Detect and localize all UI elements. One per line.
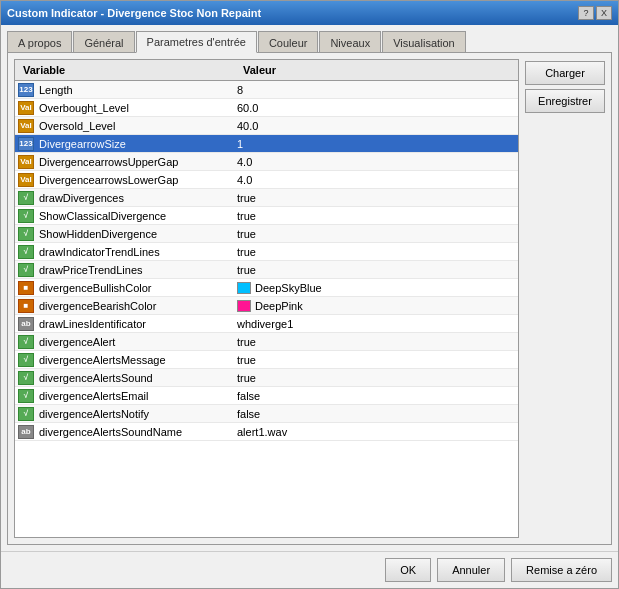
row-variable-name: drawDivergences	[37, 191, 233, 205]
table-row[interactable]: ■ divergenceBullishColor DeepSkyBlue	[15, 279, 518, 297]
help-button[interactable]: ?	[578, 6, 594, 20]
icon-symbol: Val	[18, 173, 34, 187]
row-variable-name: divergenceBullishColor	[37, 281, 233, 295]
parameters-table[interactable]: Variable Valeur 123 Length 8 Val Overbou…	[14, 59, 519, 538]
row-variable-value: true	[233, 227, 518, 241]
row-variable-name: DivergencearrowsLowerGap	[37, 173, 233, 187]
icon-symbol: ■	[18, 299, 34, 313]
row-type-icon: √	[17, 352, 35, 368]
close-button[interactable]: X	[596, 6, 612, 20]
bottom-bar: OK Annuler Remise a zéro	[1, 551, 618, 588]
remise-button[interactable]: Remise a zéro	[511, 558, 612, 582]
icon-symbol: √	[18, 407, 34, 421]
tab-couleur[interactable]: Couleur	[258, 31, 319, 53]
row-variable-value: true	[233, 209, 518, 223]
charger-button[interactable]: Charger	[525, 61, 605, 85]
row-variable-name: drawPriceTrendLines	[37, 263, 233, 277]
row-type-icon: √	[17, 406, 35, 422]
row-variable-value: DeepSkyBlue	[233, 281, 518, 295]
window-body: A propos Général Parametres d'entrée Cou…	[1, 25, 618, 551]
tab-parametres[interactable]: Parametres d'entrée	[136, 31, 257, 53]
row-variable-value: 4.0	[233, 155, 518, 169]
row-variable-value: true	[233, 245, 518, 259]
row-type-icon: Val	[17, 154, 35, 170]
table-row[interactable]: √ ShowClassicalDivergence true	[15, 207, 518, 225]
row-type-icon: √	[17, 334, 35, 350]
table-row[interactable]: ab divergenceAlertsSoundName alert1.wav	[15, 423, 518, 441]
row-variable-value: true	[233, 371, 518, 385]
row-variable-name: Overbought_Level	[37, 101, 233, 115]
row-variable-value: true	[233, 191, 518, 205]
row-variable-name: ShowClassicalDivergence	[37, 209, 233, 223]
row-type-icon: √	[17, 244, 35, 260]
table-row[interactable]: ab drawLinesIdentificator whdiverge1	[15, 315, 518, 333]
table-row[interactable]: √ drawIndicatorTrendLines true	[15, 243, 518, 261]
row-variable-name: divergenceBearishColor	[37, 299, 233, 313]
row-type-icon: ■	[17, 298, 35, 314]
row-variable-value: alert1.wav	[233, 425, 518, 439]
row-variable-name: ShowHiddenDivergence	[37, 227, 233, 241]
table-row[interactable]: √ divergenceAlertsEmail false	[15, 387, 518, 405]
icon-symbol: √	[18, 227, 34, 241]
row-type-icon: √	[17, 262, 35, 278]
row-variable-name: drawIndicatorTrendLines	[37, 245, 233, 259]
ok-button[interactable]: OK	[385, 558, 431, 582]
row-variable-name: divergenceAlertsSoundName	[37, 425, 233, 439]
row-type-icon: 123	[17, 82, 35, 98]
table-row[interactable]: √ drawDivergences true	[15, 189, 518, 207]
row-type-icon: √	[17, 226, 35, 242]
color-swatch	[237, 282, 251, 294]
table-row[interactable]: √ divergenceAlertsMessage true	[15, 351, 518, 369]
row-variable-value: DeepPink	[233, 299, 518, 313]
icon-symbol: √	[18, 191, 34, 205]
row-variable-value: 40.0	[233, 119, 518, 133]
title-bar: Custom Indicator - Divergence Stoc Non R…	[1, 1, 618, 25]
main-window: Custom Indicator - Divergence Stoc Non R…	[0, 0, 619, 589]
icon-symbol: √	[18, 353, 34, 367]
table-row[interactable]: 123 DivergearrowSize 1	[15, 135, 518, 153]
icon-symbol: Val	[18, 155, 34, 169]
row-type-icon: √	[17, 388, 35, 404]
row-variable-value: false	[233, 407, 518, 421]
table-row[interactable]: √ drawPriceTrendLines true	[15, 261, 518, 279]
tab-bar: A propos Général Parametres d'entrée Cou…	[7, 31, 612, 53]
table-row[interactable]: Val Oversold_Level 40.0	[15, 117, 518, 135]
row-variable-value: 1	[233, 137, 518, 151]
enregistrer-button[interactable]: Enregistrer	[525, 89, 605, 113]
table-row[interactable]: √ divergenceAlert true	[15, 333, 518, 351]
row-type-icon: Val	[17, 172, 35, 188]
icon-symbol: ab	[18, 425, 34, 439]
window-title: Custom Indicator - Divergence Stoc Non R…	[7, 7, 261, 19]
row-variable-value: true	[233, 263, 518, 277]
icon-symbol: ■	[18, 281, 34, 295]
tab-apropos[interactable]: A propos	[7, 31, 72, 53]
color-swatch	[237, 300, 251, 312]
table-row[interactable]: √ divergenceAlertsSound true	[15, 369, 518, 387]
tab-niveaux[interactable]: Niveaux	[319, 31, 381, 53]
annuler-button[interactable]: Annuler	[437, 558, 505, 582]
row-variable-value: true	[233, 335, 518, 349]
icon-symbol: √	[18, 371, 34, 385]
table-row[interactable]: Val DivergencearrowsLowerGap 4.0	[15, 171, 518, 189]
row-variable-name: divergenceAlertsEmail	[37, 389, 233, 403]
tab-visualisation[interactable]: Visualisation	[382, 31, 466, 53]
tab-general[interactable]: Général	[73, 31, 134, 53]
icon-symbol: √	[18, 389, 34, 403]
table-rows: 123 Length 8 Val Overbought_Level 60.0 V…	[15, 81, 518, 441]
row-type-icon: ■	[17, 280, 35, 296]
row-type-icon: ab	[17, 424, 35, 440]
table-row[interactable]: Val DivergencearrowsUpperGap 4.0	[15, 153, 518, 171]
table-row[interactable]: 123 Length 8	[15, 81, 518, 99]
row-type-icon: √	[17, 370, 35, 386]
row-type-icon: Val	[17, 100, 35, 116]
title-bar-buttons: ? X	[578, 6, 612, 20]
icon-symbol: 123	[18, 83, 34, 97]
table-row[interactable]: √ ShowHiddenDivergence true	[15, 225, 518, 243]
row-variable-name: Oversold_Level	[37, 119, 233, 133]
table-row[interactable]: Val Overbought_Level 60.0	[15, 99, 518, 117]
row-type-icon: ab	[17, 316, 35, 332]
icon-symbol: √	[18, 335, 34, 349]
table-row[interactable]: ■ divergenceBearishColor DeepPink	[15, 297, 518, 315]
table-row[interactable]: √ divergenceAlertsNotify false	[15, 405, 518, 423]
row-type-icon: 123	[17, 136, 35, 152]
